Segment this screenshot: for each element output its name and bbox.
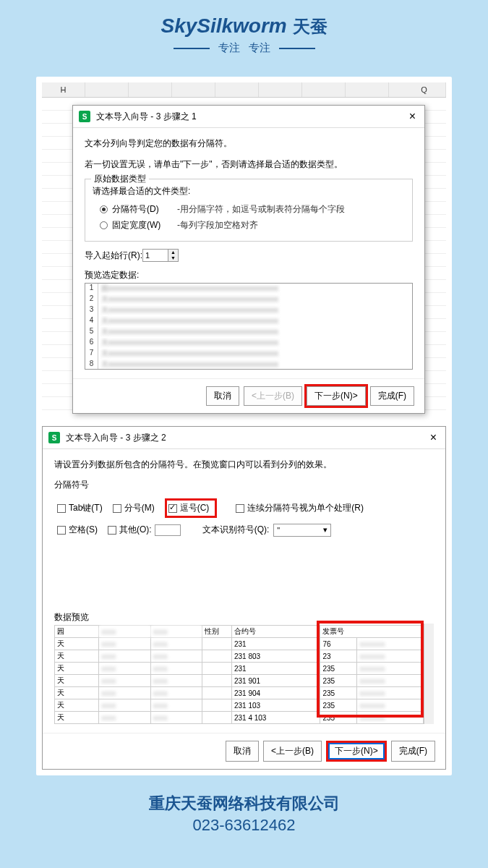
back-button[interactable]: <上一步(B)	[244, 386, 302, 406]
radio-fixed-desc: -每列字段加空格对齐	[177, 219, 258, 231]
preview-table: 园 xxxx xxxx 性别 合约号 发票号 天xxxxxxxx23176xxx…	[54, 625, 424, 724]
col-header[interactable]	[172, 82, 215, 97]
checkbox-consecutive[interactable]	[236, 504, 244, 513]
text-import-wizard-step1-dialog: S 文本导入向导 - 3 步骤之 1 × 文本分列向导判定您的数据有分隔符。 若…	[72, 105, 425, 414]
dialog-title: 文本导入向导 - 3 步骤之 2	[66, 432, 427, 444]
checkbox-other[interactable]	[108, 526, 116, 535]
col-header: xxxx	[99, 626, 150, 638]
divider	[174, 48, 210, 49]
col-header[interactable]	[215, 82, 259, 97]
preview-label: 预览选定数据:	[85, 269, 413, 281]
col-header: 合约号	[231, 626, 320, 638]
finish-button[interactable]: 完成(F)	[370, 386, 414, 406]
col-header[interactable]: Q	[403, 82, 446, 97]
data-preview-label: 数据预览	[54, 611, 434, 624]
back-button[interactable]: <上一步(B)	[263, 741, 322, 762]
divider	[279, 48, 315, 49]
radio-fixed-width[interactable]	[100, 221, 108, 229]
vertical-scrollbar[interactable]	[424, 624, 434, 724]
dialog-title: 文本导入向导 - 3 步骤之 1	[96, 111, 406, 123]
radio-delimited-label: 分隔符号(D)	[112, 203, 177, 216]
cancel-button[interactable]: 取消	[206, 386, 239, 406]
tagline-1: 专注	[218, 41, 240, 55]
brand-cn: 天蚕	[293, 17, 328, 36]
spreadsheet-background: H Q S 文	[42, 82, 446, 416]
next-button[interactable]: 下一步(N)>	[307, 386, 366, 406]
col-header[interactable]	[85, 82, 129, 97]
spinner-up-icon[interactable]: ▲	[168, 250, 178, 255]
tagline-2: 专注	[249, 41, 270, 55]
col-header[interactable]	[129, 82, 172, 97]
cancel-button[interactable]: 取消	[226, 741, 259, 762]
finish-button[interactable]: 完成(F)	[391, 741, 435, 762]
checkbox-other-label: 其他(O):	[119, 524, 152, 536]
intro-text-2: 若一切设置无误，请单击"下一步"，否则请选择最合适的数据类型。	[85, 158, 413, 171]
brand-en: SkySilkworm	[160, 14, 286, 37]
phone-number: 023-63612462	[0, 816, 488, 835]
preview-box: 1园xxxxxxxxxxxxxxxxxxxxxxxxxxxxxxxxxxxxxx…	[85, 283, 413, 370]
other-separator-input[interactable]	[155, 524, 181, 536]
brand-header: SkySilkworm 天蚕 专注 专注	[0, 14, 488, 55]
qualifier-label: 文本识别符号(Q):	[202, 524, 270, 536]
checkbox-semicolon[interactable]	[113, 504, 121, 513]
start-row-label: 导入起始行(R):	[85, 250, 142, 262]
chevron-down-icon: ▾	[323, 525, 328, 535]
checkbox-consecutive-label: 连续分隔符号视为单个处理(R)	[247, 502, 364, 514]
subtitle: 请选择最合适的文件类型:	[93, 185, 405, 197]
col-header[interactable]	[259, 82, 302, 97]
start-row-input[interactable]	[142, 249, 168, 262]
checkbox-comma-label: 逗号(C)	[180, 502, 210, 514]
intro-text-1: 文本分列向导判定您的数据有分隔符。	[85, 137, 413, 150]
col-header: 园	[55, 626, 99, 638]
text-import-wizard-step2-dialog: S 文本导入向导 - 3 步骤之 2 × 请设置分列数据所包含的分隔符号。在预览…	[42, 426, 446, 770]
text-qualifier-select[interactable]: " ▾	[273, 524, 331, 537]
col-header: xxxx	[150, 626, 202, 638]
col-header[interactable]	[302, 82, 346, 97]
checkbox-space-label: 空格(S)	[69, 524, 98, 536]
group-title-data-type: 原始数据类型	[91, 173, 149, 185]
page-footer: 重庆天蚕网络科技有限公司 023-63612462	[0, 793, 488, 835]
radio-delimited[interactable]	[100, 205, 108, 213]
close-icon[interactable]: ×	[427, 431, 440, 444]
col-header[interactable]	[346, 82, 389, 97]
wps-app-icon: S	[79, 111, 90, 122]
wps-app-icon: S	[48, 432, 60, 443]
checkbox-space[interactable]	[57, 526, 66, 535]
checkbox-tab[interactable]	[57, 504, 66, 513]
checkbox-semicolon-label: 分号(M)	[124, 502, 155, 514]
intro-text: 请设置分列数据所包含的分隔符号。在预览窗口内可以看到分列的效果。	[54, 458, 434, 472]
col-header[interactable]: H	[42, 82, 85, 97]
separator-label: 分隔符号	[54, 479, 434, 491]
company-name: 重庆天蚕网络科技有限公司	[0, 793, 488, 814]
checkbox-tab-label: Tab键(T)	[69, 502, 103, 514]
spinner-down-icon[interactable]: ▼	[168, 255, 178, 261]
col-header: 性别	[202, 626, 232, 638]
radio-delimited-desc: -用分隔字符，如逗号或制表符分隔每个字段	[177, 203, 345, 216]
col-header: 发票号	[320, 626, 424, 638]
next-button[interactable]: 下一步(N)>	[326, 741, 387, 762]
close-icon[interactable]: ×	[406, 110, 419, 123]
radio-fixed-label: 固定宽度(W)	[112, 219, 177, 231]
checkbox-comma[interactable]	[168, 504, 177, 513]
